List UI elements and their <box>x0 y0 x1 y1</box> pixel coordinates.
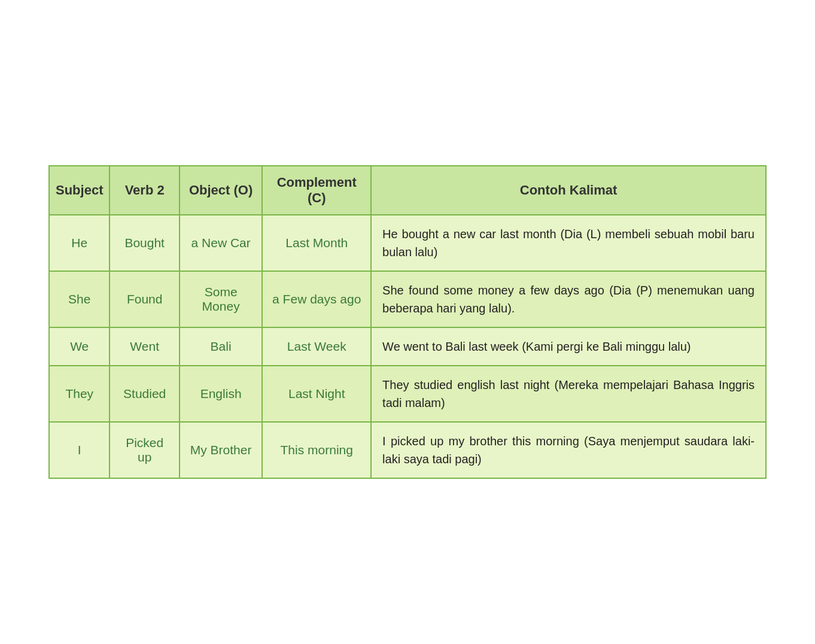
table-row: SheFoundSome Moneya Few days agoShe foun… <box>49 271 766 327</box>
example-cell: We went to Bali last week (Kami pergi ke… <box>371 327 766 366</box>
complement-cell: This morning <box>262 422 371 478</box>
header-example: Contoh Kalimat <box>371 166 766 215</box>
example-cell: He bought a new car last month (Dia (L) … <box>371 215 766 271</box>
subject-cell: We <box>49 327 110 366</box>
header-row: Subject Verb 2 Object (O) Complement (C)… <box>49 166 766 215</box>
table-row: HeBoughta New CarLast MonthHe bought a n… <box>49 215 766 271</box>
grammar-table: Subject Verb 2 Object (O) Complement (C)… <box>48 165 767 479</box>
example-cell: She found some money a few days ago (Dia… <box>371 271 766 327</box>
object-cell: a New Car <box>180 215 263 271</box>
object-cell: My Brother <box>180 422 263 478</box>
verb-cell: Went <box>110 327 179 366</box>
table-row: TheyStudiedEnglishLast NightThey studied… <box>49 366 766 422</box>
example-cell: They studied english last night (Mereka … <box>371 366 766 422</box>
header-verb: Verb 2 <box>110 166 179 215</box>
header-object: Object (O) <box>180 166 263 215</box>
table-wrapper: Subject Verb 2 Object (O) Complement (C)… <box>48 165 767 479</box>
subject-cell: They <box>49 366 110 422</box>
verb-cell: Studied <box>110 366 179 422</box>
complement-cell: Last Week <box>262 327 371 366</box>
object-cell: Bali <box>180 327 263 366</box>
object-cell: English <box>180 366 263 422</box>
complement-cell: Last Month <box>262 215 371 271</box>
verb-cell: Picked up <box>110 422 179 478</box>
complement-cell: Last Night <box>262 366 371 422</box>
table-row: WeWentBaliLast WeekWe went to Bali last … <box>49 327 766 366</box>
header-subject: Subject <box>49 166 110 215</box>
subject-cell: I <box>49 422 110 478</box>
verb-cell: Bought <box>110 215 179 271</box>
subject-cell: He <box>49 215 110 271</box>
complement-cell: a Few days ago <box>262 271 371 327</box>
header-complement: Complement (C) <box>262 166 371 215</box>
verb-cell: Found <box>110 271 179 327</box>
example-cell: I picked up my brother this morning (Say… <box>371 422 766 478</box>
table-row: IPicked upMy BrotherThis morningI picked… <box>49 422 766 478</box>
object-cell: Some Money <box>180 271 263 327</box>
subject-cell: She <box>49 271 110 327</box>
